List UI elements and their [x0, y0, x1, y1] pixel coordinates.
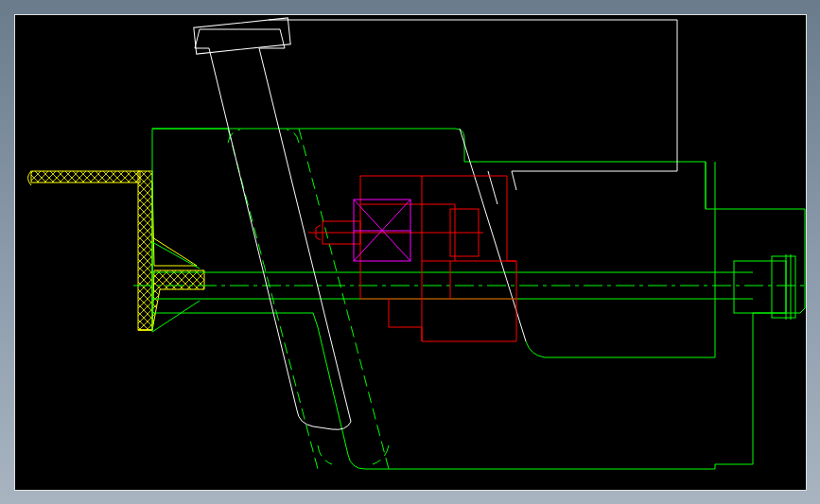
- cad-viewport[interactable]: [14, 14, 807, 491]
- yellow-hatch-wall: [28, 171, 205, 330]
- svg-rect-0: [31, 171, 140, 182]
- white-tool-outline: [194, 18, 677, 429]
- svg-rect-3: [772, 256, 795, 318]
- cad-drawing: [15, 15, 806, 490]
- magenta-detail: [354, 200, 410, 261]
- svg-rect-1: [138, 171, 152, 330]
- red-fixture: [308, 176, 516, 341]
- svg-rect-2: [734, 261, 786, 313]
